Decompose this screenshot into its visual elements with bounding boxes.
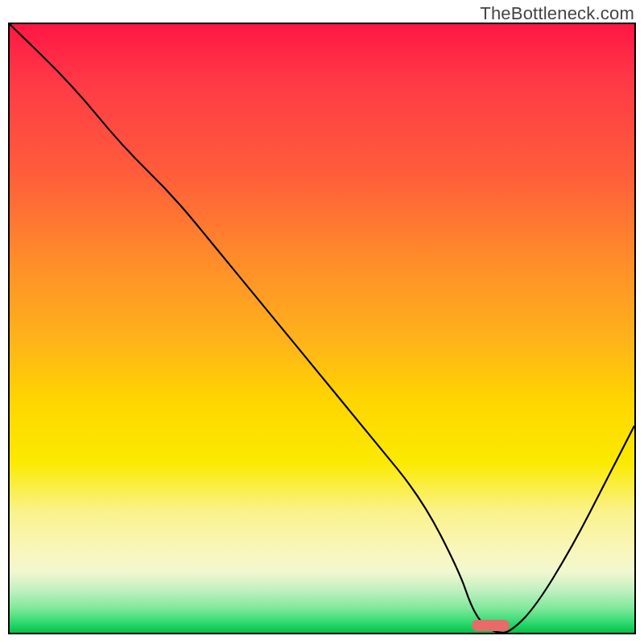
bottleneck-curve-line [10,24,634,633]
chart-frame [8,23,636,634]
watermark-text: TheBottleneck.com [480,3,634,24]
chart-svg [10,24,634,633]
optimal-marker [472,620,510,631]
